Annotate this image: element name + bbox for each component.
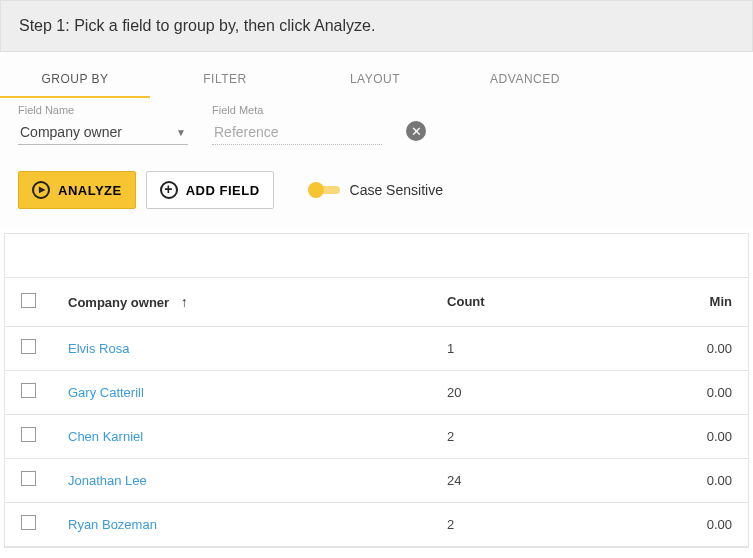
results-table-container: Company owner ↑ Count Min Elvis Rosa10.0… <box>4 233 749 548</box>
row-count: 20 <box>431 370 605 414</box>
row-owner[interactable]: Elvis Rosa <box>52 326 431 370</box>
row-checkbox-cell <box>5 326 52 370</box>
row-checkbox[interactable] <box>21 339 36 354</box>
case-sensitive-wrap: Case Sensitive <box>310 182 443 198</box>
row-count: 2 <box>431 414 605 458</box>
header-min[interactable]: Min <box>605 278 748 326</box>
row-checkbox[interactable] <box>21 427 36 442</box>
field-meta-label: Field Meta <box>212 104 382 116</box>
tab-layout[interactable]: LAYOUT <box>300 62 450 98</box>
select-all-checkbox[interactable] <box>21 293 36 308</box>
close-icon: ✕ <box>411 124 422 139</box>
row-min: 0.00 <box>605 414 748 458</box>
row-checkbox-cell <box>5 414 52 458</box>
row-checkbox[interactable] <box>21 471 36 486</box>
tab-group-by[interactable]: GROUP BY <box>0 62 150 98</box>
case-sensitive-label: Case Sensitive <box>350 182 443 198</box>
row-min: 0.00 <box>605 502 748 546</box>
row-count: 2 <box>431 502 605 546</box>
row-owner[interactable]: Gary Catterill <box>52 370 431 414</box>
row-checkbox[interactable] <box>21 515 36 530</box>
step-header: Step 1: Pick a field to group by, then c… <box>0 0 753 52</box>
row-min: 0.00 <box>605 370 748 414</box>
table-row: Jonathan Lee240.00 <box>5 458 748 502</box>
field-name-select[interactable]: Company owner ▼ <box>18 120 188 145</box>
analyze-label: ANALYZE <box>58 183 122 198</box>
plus-icon <box>160 181 178 199</box>
row-checkbox-cell <box>5 458 52 502</box>
add-field-label: ADD FIELD <box>186 183 260 198</box>
case-sensitive-toggle[interactable] <box>310 186 340 194</box>
row-checkbox[interactable] <box>21 383 36 398</box>
header-checkbox-cell <box>5 278 52 326</box>
row-owner[interactable]: Jonathan Lee <box>52 458 431 502</box>
field-name-wrap: Field Name Company owner ▼ <box>18 104 188 145</box>
sort-asc-icon: ↑ <box>181 294 188 310</box>
table-row: Gary Catterill200.00 <box>5 370 748 414</box>
header-count[interactable]: Count <box>431 278 605 326</box>
tab-filter[interactable]: FILTER <box>150 62 300 98</box>
row-count: 24 <box>431 458 605 502</box>
step-title: Step 1: Pick a field to group by, then c… <box>19 17 375 34</box>
field-meta-wrap: Field Meta Reference <box>212 104 382 145</box>
row-checkbox-cell <box>5 502 52 546</box>
field-name-value: Company owner <box>20 124 122 140</box>
row-min: 0.00 <box>605 458 748 502</box>
row-owner[interactable]: Ryan Bozeman <box>52 502 431 546</box>
play-icon <box>32 181 50 199</box>
clear-field-button[interactable]: ✕ <box>406 121 426 141</box>
tabs: GROUP BY FILTER LAYOUT ADVANCED <box>0 52 753 98</box>
field-meta-value: Reference <box>212 120 382 145</box>
row-count: 1 <box>431 326 605 370</box>
table-row: Elvis Rosa10.00 <box>5 326 748 370</box>
table-top-spacer <box>5 234 748 278</box>
header-owner[interactable]: Company owner ↑ <box>52 278 431 326</box>
actions-row: ANALYZE ADD FIELD Case Sensitive <box>0 157 753 229</box>
fields-row: Field Name Company owner ▼ Field Meta Re… <box>0 98 753 157</box>
chevron-down-icon: ▼ <box>176 127 186 138</box>
field-name-label: Field Name <box>18 104 188 116</box>
tab-advanced[interactable]: ADVANCED <box>450 62 600 98</box>
table-row: Chen Karniel20.00 <box>5 414 748 458</box>
row-checkbox-cell <box>5 370 52 414</box>
add-field-button[interactable]: ADD FIELD <box>146 171 274 209</box>
table-row: Ryan Bozeman20.00 <box>5 502 748 546</box>
row-min: 0.00 <box>605 326 748 370</box>
row-owner[interactable]: Chen Karniel <box>52 414 431 458</box>
analyze-button[interactable]: ANALYZE <box>18 171 136 209</box>
results-table: Company owner ↑ Count Min Elvis Rosa10.0… <box>5 278 748 547</box>
